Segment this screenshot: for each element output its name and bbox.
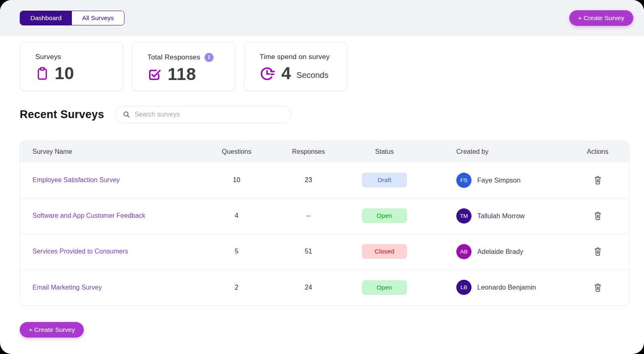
delete-survey-button[interactable] [592,210,603,222]
trash-icon [593,175,603,185]
create-survey-button-top[interactable]: + Create Survey [569,10,633,26]
questions-count: 4 [193,212,281,219]
column-header-actions: Actions [566,148,629,155]
table-row: Email Marketing Survey224OpenLBLeonardo … [20,269,629,305]
avatar: LB [456,280,472,295]
tab-dashboard[interactable]: Dashboard [20,11,72,25]
surveys-table: Survey Name Questions Responses Status C… [20,141,629,306]
table-row: Employee Satisfaction Survey1023DraftFSF… [20,162,629,198]
stat-label: Surveys [35,53,123,61]
view-tabs: Dashboard All Surveys [20,11,124,25]
table-row: Software and App Customer Feedback4--Ope… [20,198,629,234]
stat-card-total-responses: Total Responses i 118 [132,42,235,91]
table-header: Survey Name Questions Responses Status C… [20,141,629,162]
creator-name: Adelaide Brady [477,248,523,256]
stat-value-surveys: 10 [55,64,74,83]
questions-count: 5 [193,248,281,255]
column-header-created-by: Created by [432,148,566,155]
questions-count: 10 [193,176,281,184]
search-input[interactable] [134,111,285,118]
delete-survey-button[interactable] [592,245,603,258]
status-badge: Closed [362,244,407,259]
questions-count: 2 [193,284,281,291]
trash-icon [593,246,603,257]
column-header-questions: Questions [193,148,281,155]
column-header-status: Status [336,148,432,155]
status-badge: Open [362,208,407,223]
creator-name: Leonardo Benjamin [477,283,536,291]
column-header-responses: Responses [281,148,336,155]
stat-card-time-spend: Time spend on survey 4 Seconds [244,42,347,91]
avatar: TM [456,208,472,224]
survey-name-link[interactable]: Employee Satisfaction Survey [20,176,193,184]
delete-survey-button[interactable] [592,281,603,294]
page-title: Recent Surveys [20,108,104,121]
survey-name-link[interactable]: Software and App Customer Feedback [20,212,193,219]
creator-name: Faye Simpson [477,176,520,184]
search-box[interactable] [115,106,292,123]
table-row: Services Provided to Consumers551ClosedA… [20,234,629,269]
status-badge: Open [362,280,407,295]
column-header-survey-name: Survey Name [20,148,193,155]
status-badge: Draft [362,173,407,187]
stat-card-surveys: Surveys 10 [20,42,123,91]
responses-count: -- [281,212,336,219]
stat-value-responses: 118 [168,64,196,84]
trash-icon [593,282,603,293]
survey-name-link[interactable]: Email Marketing Survey [20,284,193,291]
avatar: FS [456,173,472,188]
checkbox-check-icon [147,67,162,82]
stat-unit: Seconds [297,71,329,80]
trash-icon [593,210,603,221]
main-content: Surveys 10 Total Responses i [0,42,644,338]
tab-all-surveys[interactable]: All Surveys [72,11,124,25]
delete-survey-button[interactable] [592,174,603,186]
stat-value-time: 4 [281,64,291,83]
survey-dashboard-page: Dashboard All Surveys + Create Survey Su… [0,0,644,354]
avatar: AB [456,244,472,259]
stat-label: Total Responses [147,53,200,62]
table-body: Employee Satisfaction Survey1023DraftFSF… [20,162,629,305]
survey-name-link[interactable]: Services Provided to Consumers [20,248,193,255]
top-bar: Dashboard All Surveys + Create Survey [0,0,644,36]
responses-count: 51 [281,248,336,255]
create-survey-button-bottom[interactable]: + Create Survey [20,322,84,338]
info-icon[interactable]: i [205,53,214,62]
clock-icon [260,65,276,82]
responses-count: 24 [281,284,336,291]
stat-cards: Surveys 10 Total Responses i [20,42,624,91]
clipboard-icon [35,66,49,80]
responses-count: 23 [281,176,336,184]
stat-label: Time spend on survey [260,53,347,61]
creator-name: Tallulah Morrow [477,212,525,220]
search-icon [122,110,131,119]
